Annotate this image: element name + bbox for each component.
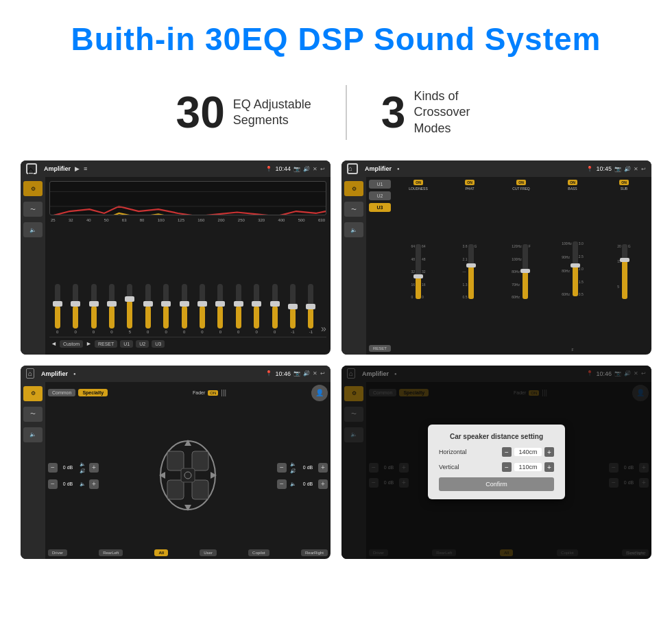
next-icon[interactable]: ► <box>86 340 92 347</box>
horizontal-minus[interactable]: − <box>502 447 512 457</box>
eq-slider-9[interactable]: 0 <box>213 284 228 334</box>
eq-slider-2[interactable]: 0 <box>86 284 101 334</box>
left-bottom-plus[interactable]: + <box>89 479 99 489</box>
back-icon-3[interactable]: ↩ <box>320 370 325 377</box>
eq-icon-3: ⚙ <box>31 390 36 396</box>
eq-slider-11[interactable]: 0 <box>248 284 264 334</box>
close-icon[interactable]: ✕ <box>313 166 317 172</box>
specialty-panel: Common Specialty Fader ON ||| 👤 <box>45 382 331 560</box>
copilot-btn[interactable]: Copilot <box>248 549 269 556</box>
eq-slider-14[interactable]: -1 <box>303 284 319 334</box>
right-top-value: 0 dB <box>300 465 316 470</box>
eq-icon-btn-2[interactable]: ⚙ <box>344 181 363 196</box>
eq-slider-4[interactable]: 5 <box>122 284 138 334</box>
all-btn[interactable]: All <box>154 549 168 556</box>
eq-bottom-bar: ◄ Custom ► RESET U1 U2 U3 <box>49 337 326 350</box>
speaker-icon-btn-2[interactable]: 🔈 <box>344 222 363 237</box>
home-icon-3[interactable]: ⌂ <box>26 368 34 379</box>
eq-slider-7[interactable]: 0 <box>176 284 192 334</box>
right-bottom-plus[interactable]: + <box>318 479 328 489</box>
loudness-on[interactable]: ON <box>413 180 423 185</box>
horizontal-plus[interactable]: + <box>544 447 554 457</box>
phat-on[interactable]: ON <box>465 180 475 185</box>
band-bass: ON BASS 100Hz 90Hz 80Hz 60Hz <box>548 180 597 352</box>
fader-sliders-icon: ||| <box>221 389 226 396</box>
camera-icon[interactable]: 📷 <box>293 166 300 172</box>
speaker-icon-btn-3[interactable]: 🔈 <box>23 427 43 442</box>
eq-slider-10[interactable]: 0 <box>230 284 246 334</box>
volume-icon-3[interactable]: 🔊 <box>303 370 310 377</box>
back-icon-2[interactable]: ↩ <box>641 166 646 172</box>
vertical-minus[interactable]: − <box>502 462 512 472</box>
user-btn[interactable]: User <box>200 549 217 556</box>
eq-icon-btn[interactable]: ⚙ <box>23 181 43 196</box>
u2-btn-1[interactable]: U2 <box>136 340 149 348</box>
volume-icon[interactable]: 🔊 <box>303 166 310 172</box>
svg-rect-5 <box>192 451 208 470</box>
back-icon[interactable]: ↩ <box>320 166 325 172</box>
right-top-db: − 🔈 🔊 0 dB + <box>277 462 328 474</box>
cutfreq-track[interactable] <box>523 244 528 299</box>
fader-on-btn[interactable]: ON <box>208 390 218 396</box>
fader-controls: Fader ON ||| <box>193 389 226 396</box>
vertical-plus[interactable]: + <box>544 462 554 472</box>
eq-slider-8[interactable]: 0 <box>194 284 210 334</box>
u1-btn-1[interactable]: U1 <box>120 340 133 348</box>
wave-icon-btn[interactable]: 〜 <box>23 202 43 217</box>
eq-slider-13[interactable]: -1 <box>285 284 300 334</box>
speaker-icon-btn[interactable]: 🔈 <box>23 222 43 237</box>
close-icon-2[interactable]: ✕ <box>634 166 638 172</box>
eq-slider-1[interactable]: 0 <box>67 284 83 334</box>
eq-slider-0[interactable]: 0 <box>49 284 65 334</box>
volume-icon-2[interactable]: 🔊 <box>624 166 631 172</box>
rearright-btn[interactable]: RearRight <box>301 549 328 556</box>
camera-icon-3[interactable]: 📷 <box>293 370 300 377</box>
profile-icon-btn[interactable]: 👤 <box>311 385 328 401</box>
left-top-plus[interactable]: + <box>89 463 99 473</box>
screen-specialty: ⌂ Amplifier ● 📍 10:46 📷 🔊 ✕ ↩ ⚙ 〜 <box>21 366 331 560</box>
camera-icon-2[interactable]: 📷 <box>614 166 621 172</box>
wave-icon-btn-3[interactable]: 〜 <box>23 407 43 422</box>
sub-label: SUB <box>621 187 627 191</box>
home-icon-2[interactable]: ⌂ <box>347 163 358 174</box>
tab-common[interactable]: Common <box>48 389 75 396</box>
reset-btn-2[interactable]: RESET <box>369 345 391 352</box>
bass-on[interactable]: ON <box>568 180 577 185</box>
speaker-icons-right-bottom: 🔈 <box>290 481 296 487</box>
sub-on[interactable]: ON <box>619 180 629 185</box>
custom-btn[interactable]: Custom <box>60 340 83 348</box>
right-bottom-minus[interactable]: − <box>277 479 287 489</box>
bass-track[interactable] <box>573 241 578 296</box>
sub-track[interactable] <box>622 244 627 299</box>
play-icon[interactable]: ▶ <box>75 165 80 172</box>
u3-btn-1[interactable]: U3 <box>152 340 165 348</box>
u2-preset[interactable]: U2 <box>369 191 391 200</box>
reset-btn-1[interactable]: RESET <box>95 340 117 348</box>
left-bottom-minus[interactable]: − <box>48 479 58 489</box>
phat-track[interactable] <box>468 244 474 299</box>
eq-slider-5[interactable]: 0 <box>140 284 156 334</box>
loudness-track[interactable] <box>416 244 421 299</box>
right-db-controls: − 🔈 🔊 0 dB + − 🔈 <box>277 462 328 489</box>
rearleft-btn[interactable]: RearLeft <box>99 549 123 556</box>
wave-icon: 〜 <box>30 206 36 213</box>
u1-preset[interactable]: U1 <box>369 180 391 189</box>
eq-slider-3[interactable]: 0 <box>104 284 119 334</box>
driver-btn[interactable]: Driver <box>48 549 67 556</box>
confirm-button[interactable]: Confirm <box>439 477 554 491</box>
left-top-minus[interactable]: − <box>48 463 58 473</box>
cutfreq-on[interactable]: ON <box>516 180 526 185</box>
wave-icon-btn-2[interactable]: 〜 <box>344 202 363 217</box>
right-top-minus[interactable]: − <box>277 463 287 473</box>
eq-slider-6[interactable]: 0 <box>158 284 173 334</box>
prev-icon[interactable]: ◄ <box>51 340 57 347</box>
u3-preset[interactable]: U3 <box>369 203 391 212</box>
close-icon-3[interactable]: ✕ <box>313 370 317 377</box>
eq-slider-12[interactable]: 0 <box>267 284 283 334</box>
eq-icon-btn-3[interactable]: ⚙ <box>23 386 43 401</box>
eq-main-content: 25 32 40 50 63 80 100 125 160 200 250 32… <box>45 177 331 355</box>
right-top-plus[interactable]: + <box>318 463 328 473</box>
expand-icon[interactable]: » <box>321 323 326 334</box>
tab-specialty[interactable]: Specialty <box>78 389 108 396</box>
home-icon[interactable]: ⌂ <box>26 163 37 174</box>
